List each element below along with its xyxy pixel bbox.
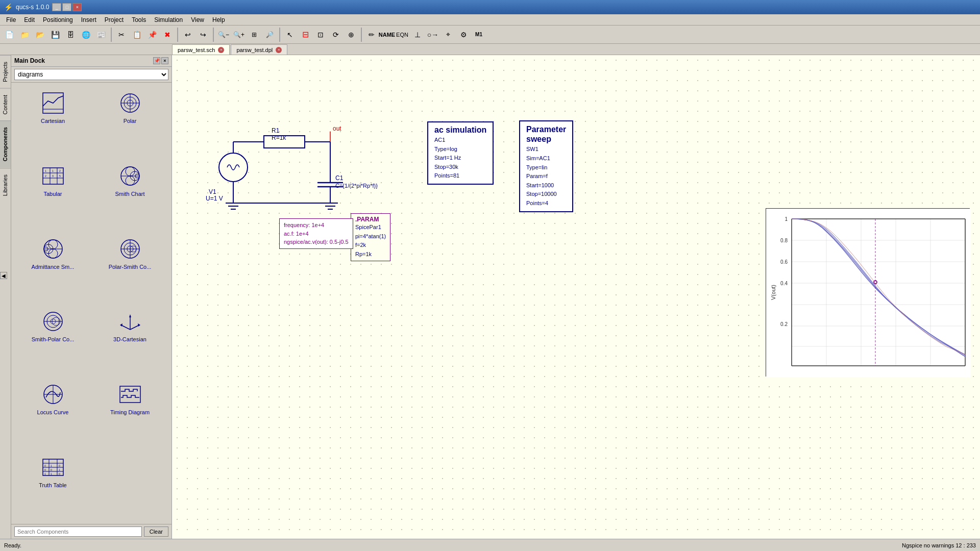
category-dropdown[interactable]: diagrams	[14, 69, 168, 80]
open-project-button[interactable]: 📁	[17, 28, 32, 42]
svg-text:5: 5	[59, 174, 61, 178]
menu-item-help[interactable]: Help	[208, 15, 229, 24]
comp-smith-chart[interactable]: Smith Chart	[92, 160, 167, 229]
name-button[interactable]: NAME	[380, 28, 394, 42]
paste-button[interactable]: 📌	[145, 28, 159, 42]
zoom-out-button[interactable]: 🔍−	[216, 28, 231, 42]
eqn-button[interactable]: EQN	[395, 28, 409, 42]
svg-text:1: 1	[51, 464, 52, 467]
canvas-area[interactable]: R1 R=1k C1 C={1/(2*pi*Rp*f)} V1 U=1 V ou…	[172, 55, 980, 539]
tooltip-line1: frequency: 1e+4	[284, 221, 349, 230]
polar-label: Polar	[124, 118, 137, 124]
maximize-button[interactable]: □	[62, 3, 71, 11]
svg-line-41	[122, 325, 130, 330]
svg-text:out: out	[333, 125, 341, 132]
zoom-sel-button[interactable]: 🔍+	[232, 28, 246, 42]
tab-sch-label: parsw_test.sch	[178, 47, 215, 53]
sim2-button[interactable]: ⟳	[329, 28, 343, 42]
ground-button[interactable]: ⊥	[410, 28, 425, 42]
param-sweep-box: Parametersweep SW1Sim=AC1Type=linParam=f…	[519, 120, 573, 212]
dock-pin-button[interactable]: 📌	[153, 57, 160, 64]
sep4	[279, 28, 280, 42]
sidebar-item-components[interactable]: Components	[0, 120, 11, 167]
tab-dpl-close[interactable]: ×	[276, 47, 282, 53]
open-button[interactable]: 📂	[33, 28, 47, 42]
menu-item-simulation[interactable]: Simulation	[150, 15, 187, 24]
menu-item-file[interactable]: File	[2, 15, 20, 24]
search-input[interactable]	[14, 527, 142, 537]
dock-close-button[interactable]: ×	[161, 57, 168, 64]
tab-dpl-label: parsw_test.dpl	[236, 47, 273, 53]
svg-line-42	[130, 325, 138, 330]
comp-truth-table[interactable]: 0 0 1 1 0 1 0 1 0 Truth Table	[15, 451, 90, 520]
zoom-fit-button[interactable]: ⊞	[247, 28, 261, 42]
chart-svg: 1 0.8 0.6 0.4 0.2 V(out)	[766, 209, 970, 377]
locus-curve-icon	[39, 381, 67, 408]
menu-item-view[interactable]: View	[187, 15, 208, 24]
svg-text:C={1/(2*pi*Rp*f)}: C={1/(2*pi*Rp*f)}	[335, 183, 378, 189]
svg-text:C1: C1	[335, 174, 344, 182]
tooltip-line2: ac.f: 1e+4	[284, 230, 349, 238]
svg-text:2: 2	[45, 174, 46, 178]
svg-text:1: 1	[51, 472, 52, 475]
copy-button[interactable]: 📋	[130, 28, 144, 42]
sidebar-item-projects[interactable]: Projects	[0, 55, 11, 88]
print-button[interactable]: 🌐	[79, 28, 93, 42]
undo-button[interactable]: ↩	[181, 28, 195, 42]
svg-rect-50	[120, 386, 140, 403]
left-panel: Main Dock 📌 × diagrams	[11, 55, 172, 539]
tab-dpl[interactable]: parsw_test.dpl ×	[231, 44, 287, 55]
menu-item-tools[interactable]: Tools	[128, 15, 150, 24]
close-button[interactable]: ×	[72, 3, 82, 11]
sweep-params: SW1Sim=AC1Type=linParam=fStart=1000Stop=…	[526, 145, 566, 208]
comp-locus-curve[interactable]: Locus Curve	[15, 378, 90, 447]
to-hist-button[interactable]: ⊕	[344, 28, 358, 42]
wire-button[interactable]: ⊟	[298, 28, 312, 42]
new-button[interactable]: 📄	[2, 28, 16, 42]
port-button[interactable]: ○→	[426, 28, 440, 42]
comp-smith-polar[interactable]: Smith-Polar Co...	[15, 305, 90, 374]
m1-button[interactable]: M1	[472, 28, 486, 42]
scroll-left-button[interactable]: ◀	[0, 272, 7, 279]
search-row: Clear	[11, 524, 172, 539]
svg-text:1: 1	[44, 472, 46, 475]
svg-text:0: 0	[44, 468, 46, 471]
sidebar-item-libraries[interactable]: Libraries	[0, 168, 11, 202]
save-button[interactable]: 💾	[48, 28, 62, 42]
comp-3d-cartesian[interactable]: 3D-Cartesian	[92, 305, 167, 374]
clear-button[interactable]: Clear	[144, 527, 168, 537]
admittance-label: Admittance Sm...	[32, 264, 75, 270]
comp-timing-diagram[interactable]: Timing Diagram	[92, 378, 167, 447]
smith-polar-icon	[39, 308, 67, 335]
mirror-button[interactable]: ⌖	[441, 28, 455, 42]
minimize-button[interactable]: _	[52, 3, 61, 11]
select-button[interactable]: ↖	[283, 28, 297, 42]
zoom-in-button[interactable]: 🔎	[262, 28, 277, 42]
comp-admittance[interactable]: Admittance Sm...	[15, 233, 90, 302]
comp-cartesian[interactable]: Cartesian	[15, 87, 90, 156]
polar-smith-label: Polar-Smith Co...	[109, 264, 152, 270]
svg-text:0.6: 0.6	[780, 259, 788, 265]
comp-button[interactable]: ⊡	[313, 28, 328, 42]
delete-button[interactable]: ✖	[160, 28, 175, 42]
svg-text:0: 0	[59, 472, 60, 475]
comp-tabular[interactable]: 1 1 2 2 3 5 Tabular	[15, 160, 90, 229]
sidebar-item-content[interactable]: Content	[0, 88, 11, 121]
tab-sch-close[interactable]: ×	[218, 47, 224, 53]
menu-item-insert[interactable]: Insert	[77, 15, 101, 24]
cut-button[interactable]: ✂	[114, 28, 129, 42]
comp-polar-smith[interactable]: Polar-Smith Co...	[92, 233, 167, 302]
svg-text:2: 2	[59, 169, 61, 172]
timing-diagram-icon	[116, 381, 144, 408]
settings-button[interactable]: ⚙	[456, 28, 471, 42]
chart-container: 1 0.8 0.6 0.4 0.2 V(out)	[766, 208, 970, 377]
redo-button[interactable]: ↪	[196, 28, 210, 42]
comp-polar[interactable]: Polar	[92, 87, 167, 156]
tab-sch[interactable]: parsw_test.sch ×	[172, 44, 230, 55]
extra-button[interactable]: 📰	[94, 28, 108, 42]
save-all-button[interactable]: 🗄	[63, 28, 78, 42]
menu-item-positioning[interactable]: Positioning	[39, 15, 77, 24]
menu-item-project[interactable]: Project	[101, 15, 128, 24]
pen-button[interactable]: ✏	[364, 28, 379, 42]
menu-item-edit[interactable]: Edit	[20, 15, 39, 24]
